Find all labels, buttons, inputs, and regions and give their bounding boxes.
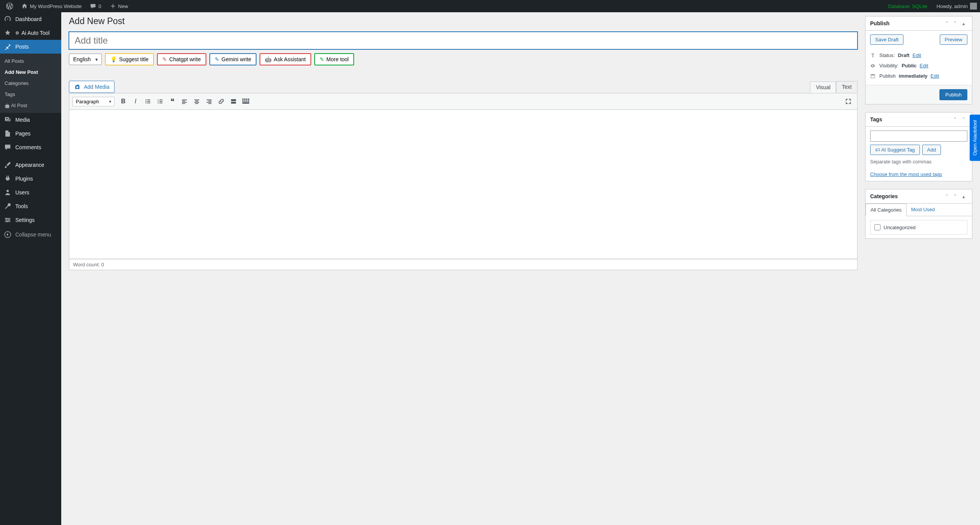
submenu-all-posts[interactable]: All Posts <box>0 55 61 67</box>
align-center-button[interactable] <box>191 96 203 107</box>
edit-schedule-link[interactable]: Edit <box>931 73 939 79</box>
move-down-icon[interactable]: ˅ <box>951 21 959 26</box>
link-button[interactable] <box>216 96 227 107</box>
bullet-list-button[interactable] <box>142 96 154 107</box>
save-draft-button[interactable]: Save Draft <box>870 34 903 45</box>
tab-all-categories[interactable]: All Categories <box>866 204 906 216</box>
toolbar-toggle-button[interactable] <box>240 96 252 107</box>
menu-label: Pages <box>15 130 31 137</box>
move-down-icon[interactable]: ˅ <box>951 194 959 199</box>
svg-rect-32 <box>207 102 212 103</box>
italic-button[interactable]: I <box>130 96 141 107</box>
tab-visual[interactable]: Visual <box>810 82 836 93</box>
align-left-button[interactable] <box>179 96 190 107</box>
menu-settings[interactable]: Settings <box>0 213 61 227</box>
menu-dashboard[interactable]: Dashboard <box>0 12 61 26</box>
menu-label: Tools <box>15 203 28 209</box>
svg-rect-44 <box>248 101 249 102</box>
read-more-button[interactable] <box>228 96 239 107</box>
editor-footer: Word count: 0 <box>69 259 858 270</box>
toggle-panel-icon[interactable]: ▴ <box>960 21 967 26</box>
tab-text[interactable]: Text <box>836 81 858 93</box>
bold-button[interactable]: B <box>118 96 129 107</box>
wp-logo-menu[interactable] <box>3 0 16 12</box>
edit-status-link[interactable]: Edit <box>913 52 921 58</box>
status-value: Draft <box>898 52 909 58</box>
menu-label: Media <box>15 117 30 123</box>
blockquote-button[interactable]: ❝ <box>167 96 178 107</box>
ai-suggest-tag-button[interactable]: 🏷 AI Suggest Tag <box>870 145 920 155</box>
svg-rect-37 <box>242 99 243 100</box>
page-title: Add New Post <box>69 16 858 26</box>
svg-rect-27 <box>195 101 198 101</box>
collapse-menu[interactable]: Collapse menu <box>0 227 61 242</box>
svg-rect-45 <box>242 102 249 103</box>
ask-assistant-button[interactable]: 🤖 Ask Assistant <box>260 53 311 65</box>
svg-rect-38 <box>244 99 245 100</box>
database-indicator[interactable]: Database: SQLite <box>888 3 928 9</box>
language-select[interactable]: English <box>69 54 102 65</box>
menu-appearance[interactable]: Appearance <box>0 158 61 172</box>
menu-pages[interactable]: Pages <box>0 127 61 140</box>
menu-comments[interactable]: Comments <box>0 140 61 154</box>
post-title-input[interactable] <box>69 32 858 49</box>
submenu-add-new-post[interactable]: Add New Post <box>0 67 61 78</box>
menu-posts[interactable]: Posts <box>0 40 61 54</box>
submenu-tags[interactable]: Tags <box>0 89 61 100</box>
gemini-write-button[interactable]: ✎ Gemini write <box>209 53 257 65</box>
add-media-button[interactable]: Add Media <box>69 81 114 93</box>
submenu-categories[interactable]: Categories <box>0 78 61 89</box>
editor-content[interactable] <box>69 110 858 259</box>
visibility-value: Public <box>902 63 916 68</box>
move-up-icon[interactable]: ˄ <box>951 117 959 122</box>
choose-most-used-tags-link[interactable]: Choose from the most used tags <box>870 171 942 177</box>
category-item-uncategorized[interactable]: Uncategorized <box>874 224 963 230</box>
menu-tools[interactable]: Tools <box>0 199 61 213</box>
submenu-ai-post[interactable]: 🤖 AI Post <box>0 100 61 111</box>
tab-most-used-categories[interactable]: Most Used <box>906 204 939 216</box>
align-right-button[interactable] <box>203 96 215 107</box>
svg-point-10 <box>145 99 146 100</box>
lightbulb-icon: 💡 <box>110 56 117 62</box>
chatgpt-write-button[interactable]: ✎ Chatgpt write <box>157 53 206 65</box>
publish-time-value: immediately <box>899 73 928 79</box>
svg-rect-25 <box>182 103 185 104</box>
svg-rect-52 <box>873 74 874 75</box>
svg-rect-11 <box>147 99 150 100</box>
svg-rect-2 <box>5 218 10 219</box>
svg-point-14 <box>145 103 146 103</box>
svg-rect-43 <box>246 101 247 102</box>
comments-menu[interactable]: 0 <box>87 0 104 12</box>
add-tag-button[interactable]: Add <box>922 145 941 155</box>
preview-button[interactable]: Preview <box>940 34 967 45</box>
svg-rect-51 <box>872 74 872 75</box>
number-list-button[interactable]: 123 <box>154 96 166 107</box>
tag-input[interactable] <box>870 130 967 142</box>
toggle-panel-icon[interactable]: ▴ <box>960 194 967 199</box>
suggest-title-button[interactable]: 💡 Suggest title <box>105 53 154 65</box>
svg-rect-7 <box>7 221 8 222</box>
move-up-icon[interactable]: ˄ <box>943 194 951 199</box>
svg-rect-17 <box>159 99 162 100</box>
my-account-menu[interactable]: Howdy, admin <box>934 0 977 12</box>
publish-button[interactable]: Publish <box>939 89 967 100</box>
category-checkbox[interactable] <box>874 224 880 230</box>
menu-plugins[interactable]: Plugins <box>0 172 61 186</box>
new-content-menu[interactable]: New <box>107 0 131 12</box>
svg-point-46 <box>872 53 874 55</box>
collapse-icon <box>4 231 11 238</box>
menu-users[interactable]: Users <box>0 186 61 199</box>
more-tool-button[interactable]: ✎ More tool <box>314 53 354 65</box>
fullscreen-button[interactable] <box>843 96 854 107</box>
site-name-menu[interactable]: My WordPress Website <box>18 0 85 12</box>
open-aiautotool-tab[interactable]: Open Aiautotool <box>970 115 980 161</box>
menu-media[interactable]: Media <box>0 113 61 127</box>
edit-visibility-link[interactable]: Edit <box>920 63 928 68</box>
menu-ai-auto-tool[interactable]: ⚙ Ai Auto Tool <box>0 26 61 40</box>
tags-hint: Separate tags with commas <box>870 159 967 165</box>
svg-rect-40 <box>248 99 249 100</box>
move-down-icon[interactable]: ˅ <box>960 117 967 122</box>
move-up-icon[interactable]: ˄ <box>943 21 951 26</box>
paragraph-select[interactable]: Paragraph <box>72 97 114 106</box>
svg-text:3: 3 <box>158 102 159 104</box>
